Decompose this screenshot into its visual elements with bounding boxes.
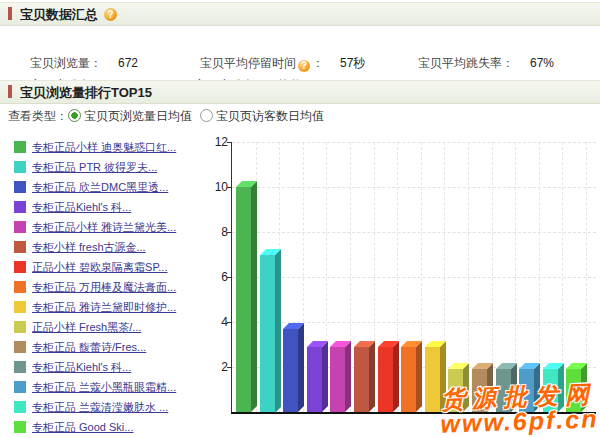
bar-side-face xyxy=(416,341,422,412)
bar-3 xyxy=(283,329,298,412)
legend-swatch xyxy=(14,201,26,213)
legend-item-10: 正品小样 Fresh黑茶/... xyxy=(0,317,215,337)
gridline-horizontal xyxy=(232,142,596,143)
section-marker xyxy=(8,7,12,20)
summary-help-icon[interactable]: ? xyxy=(104,8,117,21)
bar-1 xyxy=(236,187,251,412)
summary-section-header: 宝贝数据汇总? xyxy=(0,2,600,26)
legend-item-15: 专柜正品 Good Ski... xyxy=(0,417,215,437)
legend-item-13: 专柜正品 兰蔻小黑瓶眼霜精... xyxy=(0,377,215,397)
legend-swatch xyxy=(14,221,26,233)
view-type-option-1[interactable]: 宝贝页浏览量日均值 xyxy=(68,109,192,123)
view-type-label: 查看类型： xyxy=(8,109,68,123)
stat-colon: ： xyxy=(312,56,324,70)
legend-product-link[interactable]: 专柜正品 馥蕾诗/Fres... xyxy=(32,341,146,353)
y-axis-label: 2 xyxy=(202,360,228,374)
stat-2: 宝贝平均停留时间?：57秒 xyxy=(200,55,365,72)
legend-product-link[interactable]: 专柜正品小样 迪奥魅惑口红... xyxy=(32,141,176,153)
legend-swatch xyxy=(14,181,26,193)
bar-side-face xyxy=(275,249,281,413)
legend-item-9: 专柜正品 雅诗兰黛即时修护... xyxy=(0,297,215,317)
view-type-option-2[interactable]: 宝贝页访客数日均值 xyxy=(200,109,324,123)
legend-product-link[interactable]: 专柜正品 Good Ski... xyxy=(32,421,133,433)
chart-area: 专柜正品小样 迪奥魅惑口红...专柜正品 PTR 彼得罗夫...专柜正品 欣兰D… xyxy=(0,130,600,438)
chart-legend: 专柜正品小样 迪奥魅惑口红...专柜正品 PTR 彼得罗夫...专柜正品 欣兰D… xyxy=(0,137,215,437)
bar-6 xyxy=(354,347,369,412)
bar-side-face xyxy=(345,341,351,412)
legend-item-4: 专柜正品Kiehl's 科... xyxy=(0,197,215,217)
legend-product-link[interactable]: 专柜正品Kiehl's 科... xyxy=(32,201,131,213)
stat-value: 672 xyxy=(118,56,138,70)
stat-label: 宝贝平均停留时间 xyxy=(200,56,296,70)
section-marker xyxy=(8,85,12,98)
legend-product-link[interactable]: 正品小样 碧欧泉隔离霜SP... xyxy=(32,261,167,273)
legend-item-2: 专柜正品 PTR 彼得罗夫... xyxy=(0,157,215,177)
legend-item-5: 专柜正品小样 雅诗兰黛光美... xyxy=(0,217,215,237)
legend-item-6: 专柜小样 fresh古源金... xyxy=(0,237,215,257)
legend-swatch xyxy=(14,341,26,353)
stat-3: 宝贝平均跳失率：67% xyxy=(418,55,554,72)
legend-product-link[interactable]: 专柜正品小样 雅诗兰黛光美... xyxy=(32,221,176,233)
bar-side-face xyxy=(251,181,257,412)
help-icon[interactable]: ? xyxy=(298,60,310,72)
gridline-horizontal xyxy=(232,232,596,233)
legend-product-link[interactable]: 专柜正品 欣兰DMC黑里透... xyxy=(32,181,168,193)
taobao-quantum-dashboard: 宝贝数据汇总? 宝贝浏览量：672宝贝平均停留时间?：57秒宝贝平均跳失率：67… xyxy=(0,0,600,438)
stat-colon: ： xyxy=(90,56,102,70)
legend-product-link[interactable]: 专柜正品 兰蔻清滢嫩肤水 ... xyxy=(32,401,168,413)
y-axis-label: 8 xyxy=(202,225,228,239)
legend-product-link[interactable]: 专柜小样 fresh古源金... xyxy=(32,241,146,253)
legend-item-11: 专柜正品 馥蕾诗/Fres... xyxy=(0,337,215,357)
legend-swatch xyxy=(14,321,26,333)
legend-product-link[interactable]: 专柜正品 兰蔻小黑瓶眼霜精... xyxy=(32,381,176,393)
legend-swatch xyxy=(14,141,26,153)
summary-title: 宝贝数据汇总 xyxy=(20,7,98,22)
y-axis-label: 6 xyxy=(202,270,228,284)
watermark-site-url: www.6pf.cn xyxy=(440,406,599,436)
ranking-section-header: 宝贝浏览量排行TOP15 xyxy=(0,80,600,104)
legend-product-link[interactable]: 专柜正品 万用棒及魔法膏面... xyxy=(32,281,176,293)
view-type-row: 查看类型：宝贝页浏览量日均值宝贝页访客数日均值 xyxy=(8,106,332,126)
y-axis-label: 4 xyxy=(202,315,228,329)
legend-item-7: 正品小样 碧欧泉隔离霜SP... xyxy=(0,257,215,277)
radio-label: 宝贝页访客数日均值 xyxy=(216,109,324,123)
gridline-horizontal xyxy=(232,277,596,278)
legend-item-12: 专柜正品Kiehl's 科... xyxy=(0,357,215,377)
legend-swatch xyxy=(14,381,26,393)
bar-8 xyxy=(401,347,416,412)
legend-product-link[interactable]: 正品小样 Fresh黑茶/... xyxy=(32,321,141,333)
legend-product-link[interactable]: 专柜正品 PTR 彼得罗夫... xyxy=(32,161,157,173)
ranking-title: 宝贝浏览量排行TOP15 xyxy=(20,85,152,100)
legend-swatch xyxy=(14,361,26,373)
stat-value: 57秒 xyxy=(340,56,365,70)
legend-swatch xyxy=(14,401,26,413)
legend-swatch xyxy=(14,301,26,313)
bar-5 xyxy=(330,347,345,412)
legend-swatch xyxy=(14,161,26,173)
bar-9 xyxy=(425,347,440,412)
radio-icon[interactable] xyxy=(200,109,213,122)
bar-7 xyxy=(378,347,393,412)
legend-product-link[interactable]: 专柜正品 雅诗兰黛即时修护... xyxy=(32,301,176,313)
bar-2 xyxy=(260,255,275,413)
stat-label: 宝贝浏览量 xyxy=(30,56,90,70)
radio-label: 宝贝页浏览量日均值 xyxy=(84,109,192,123)
legend-item-8: 专柜正品 万用棒及魔法膏面... xyxy=(0,277,215,297)
bar-side-face xyxy=(369,341,375,412)
y-axis-label: 12 xyxy=(202,135,228,149)
stat-label: 宝贝平均跳失率 xyxy=(418,56,502,70)
legend-product-link[interactable]: 专柜正品Kiehl's 科... xyxy=(32,361,131,373)
bar-4 xyxy=(307,347,322,412)
summary-stats: 宝贝浏览量：672宝贝平均停留时间?：57秒宝贝平均跳失率：67%宝贝查看人次：… xyxy=(0,24,600,78)
legend-swatch xyxy=(14,421,26,433)
radio-selected-icon[interactable] xyxy=(68,109,81,122)
y-axis-label: 10 xyxy=(202,180,228,194)
bar-chart-plot xyxy=(231,142,596,414)
watermark: 货源批发网 www.6pf.cn xyxy=(439,382,599,436)
gridline-horizontal xyxy=(232,187,596,188)
legend-swatch xyxy=(14,241,26,253)
bar-side-face xyxy=(322,341,328,412)
legend-swatch xyxy=(14,261,26,273)
bar-side-face xyxy=(393,341,399,412)
stat-colon: ： xyxy=(502,56,514,70)
